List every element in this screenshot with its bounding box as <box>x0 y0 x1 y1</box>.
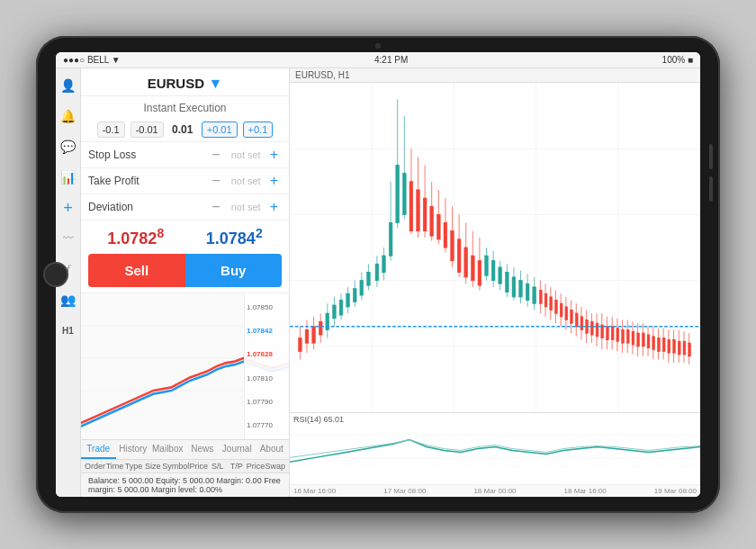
svg-rect-90 <box>560 303 562 317</box>
tab-history[interactable]: History <box>116 440 151 459</box>
svg-rect-86 <box>550 297 553 310</box>
deviation-value: not set <box>226 202 266 212</box>
signal-text: ●●●○ BELL ▼ <box>63 55 121 65</box>
tab-trade[interactable]: Trade <box>81 440 116 459</box>
th-symbol: Symbol <box>162 462 189 471</box>
svg-rect-104 <box>596 323 598 337</box>
status-bar: ●●●○ BELL ▼ 4:21 PM 100% ■ <box>56 52 700 68</box>
vol-minus-001[interactable]: -0.01 <box>130 122 164 138</box>
rsi-chart: RSI(14) 65.01 <box>290 412 700 484</box>
mini-price-3: 1.07828 <box>247 350 287 358</box>
tab-news[interactable]: News <box>185 440 220 459</box>
svg-rect-116 <box>626 330 629 344</box>
sidebar-icon-wave[interactable]: 〰 <box>58 229 78 248</box>
svg-rect-96 <box>575 313 578 327</box>
deviation-plus[interactable]: + <box>266 199 282 215</box>
th-order: Order <box>85 462 105 471</box>
buy-button[interactable]: Buy <box>185 254 283 287</box>
take-profit-plus[interactable]: + <box>266 173 282 189</box>
execution-label: Instant Execution <box>81 96 289 118</box>
svg-rect-108 <box>607 327 609 340</box>
vol-plus-01[interactable]: +0.1 <box>243 122 274 138</box>
sidebar-icon-add[interactable]: + <box>58 198 78 218</box>
sell-button[interactable]: Sell <box>88 254 185 287</box>
sidebar-icon-h1[interactable]: H1 <box>58 320 78 340</box>
deviation-label: Deviation <box>88 201 206 213</box>
mini-price-labels: 1.07850 1.07842 1.07828 1.07810 1.07790 … <box>244 293 289 439</box>
main-area: 👤 🔔 💬 📊 + 〰 f 👥 H1 EURUSD <box>56 68 700 497</box>
stop-loss-label: Stop Loss <box>88 148 206 161</box>
sell-price-box: 1.07828 <box>88 226 184 248</box>
th-time: Time <box>105 462 124 471</box>
tablet-screen: ●●●○ BELL ▼ 4:21 PM 100% ■ 👤 🔔 💬 📊 + <box>56 52 700 497</box>
mini-price-5: 1.07790 <box>247 398 287 406</box>
volume-row: -0.1 -0.01 0.01 +0.01 +0.1 <box>81 118 289 142</box>
deviation-minus[interactable]: − <box>206 199 225 215</box>
th-size: Size <box>143 462 162 471</box>
right-panel: EURUSD, H1 <box>290 68 700 497</box>
side-buttons <box>709 144 713 202</box>
sidebar-icon-people[interactable]: 👥 <box>58 290 78 310</box>
tablet-camera <box>375 43 381 49</box>
status-left: ●●●○ BELL ▼ <box>63 55 121 65</box>
home-button[interactable] <box>43 262 68 287</box>
pair-arrow[interactable]: ▼ <box>208 76 222 91</box>
trade-panel: EURUSD ▼ Instant Execution -0.1 -0.01 0.… <box>81 68 289 497</box>
vol-minus-01[interactable]: -0.1 <box>97 122 125 138</box>
status-footer: Balance: 5 000.00 Equity: 5 000.00 Margi… <box>81 472 289 497</box>
candlestick-svg <box>290 83 700 412</box>
mini-price-2: 1.07842 <box>247 327 287 335</box>
th-price: Price <box>189 462 208 471</box>
buy-price-box: 1.07842 <box>187 226 283 248</box>
svg-rect-84 <box>544 293 547 307</box>
svg-rect-3 <box>290 83 700 412</box>
rsi-label: RSI(14) 65.01 <box>293 415 344 424</box>
stop-loss-plus[interactable]: + <box>266 147 282 163</box>
stop-loss-value: not set <box>226 149 266 160</box>
vol-plus-001[interactable]: +0.01 <box>202 122 238 138</box>
buy-price: 1.07842 <box>206 230 263 248</box>
status-time: 4:21 PM <box>374 55 408 65</box>
x-label-5: 19 Mar 08:00 <box>654 487 697 495</box>
x-label-4: 18 Mar 16:00 <box>564 487 607 495</box>
tablet-device: ●●●○ BELL ▼ 4:21 PM 100% ■ 👤 🔔 💬 📊 + <box>36 36 720 513</box>
stop-loss-minus[interactable]: − <box>206 147 225 163</box>
mini-price-4: 1.07810 <box>247 374 287 382</box>
sidebar-icon-chart[interactable]: 📊 <box>58 167 78 187</box>
price-row: 1.07828 1.07842 <box>81 220 289 254</box>
chart-x-axis: 16 Mar 16:00 17 Mar 08:00 18 Mar 00:00 1… <box>290 484 700 497</box>
x-label-2: 17 Mar 08:00 <box>383 487 426 495</box>
svg-rect-114 <box>622 330 625 344</box>
sell-price: 1.07828 <box>107 230 164 248</box>
svg-rect-98 <box>580 317 583 330</box>
tab-journal[interactable]: Journal <box>220 440 255 459</box>
x-label-1: 16 Mar 16:00 <box>293 487 336 495</box>
svg-rect-126 <box>652 337 655 350</box>
deviation-row: Deviation − not set + <box>81 194 289 220</box>
svg-rect-136 <box>678 341 680 355</box>
svg-rect-110 <box>611 327 614 340</box>
tab-mailbox[interactable]: Mailbox <box>150 440 185 459</box>
svg-rect-122 <box>642 333 644 346</box>
sidebar-icon-bell[interactable]: 🔔 <box>58 106 78 126</box>
svg-rect-130 <box>662 338 665 352</box>
take-profit-minus[interactable]: − <box>206 173 225 189</box>
tab-about[interactable]: About <box>255 440 290 459</box>
rsi-svg <box>290 413 700 484</box>
svg-rect-120 <box>637 333 640 346</box>
sidebar-icon-chat[interactable]: 💬 <box>58 137 78 157</box>
pair-name: EURUSD <box>148 76 204 91</box>
svg-rect-112 <box>616 328 619 342</box>
svg-rect-134 <box>673 339 676 353</box>
sidebar-icon-person[interactable]: 👤 <box>58 76 78 95</box>
x-label-3: 18 Mar 00:00 <box>473 487 516 495</box>
mini-chart: 1.07850 1.07842 1.07828 1.07810 1.07790 … <box>81 292 289 439</box>
th-type: Type <box>124 462 143 471</box>
chart-header: EURUSD, H1 <box>290 68 700 83</box>
svg-rect-94 <box>571 310 573 324</box>
left-panel: 👤 🔔 💬 📊 + 〰 f 👥 H1 EURUSD <box>56 68 290 497</box>
mini-price-6: 1.07770 <box>247 421 287 429</box>
th-tp: T/P <box>227 462 246 471</box>
svg-rect-124 <box>647 335 650 348</box>
table-header: Order Time Type Size Symbol Price S/L T/… <box>81 459 289 472</box>
